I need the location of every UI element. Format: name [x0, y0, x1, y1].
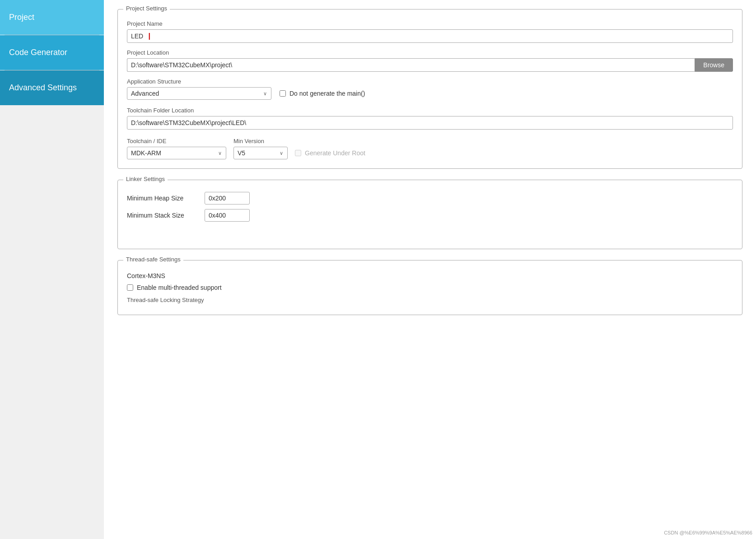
do-not-generate-label: Do not generate the main() — [289, 90, 365, 97]
toolchain-folder-input[interactable] — [127, 116, 733, 130]
min-version-select-wrapper: V4 V5 V6 — [233, 147, 288, 159]
browse-button[interactable]: Browse — [695, 58, 733, 72]
sidebar-item-label: Project — [9, 13, 34, 22]
thread-processor-label: Cortex-M3NS — [127, 272, 733, 279]
thread-safe-title: Thread-safe Settings — [123, 256, 183, 263]
project-name-label: Project Name — [127, 20, 733, 27]
app-structure-row: Advanced Basic Do not generate the main(… — [127, 87, 733, 100]
enable-multithread-checkbox[interactable] — [127, 284, 133, 291]
project-location-row: Browse — [127, 58, 733, 72]
project-settings-group: Project Settings Project Name | Project … — [117, 9, 742, 169]
toolchain-row: Toolchain / IDE MDK-ARM EWARM STM32CubeI… — [127, 131, 733, 159]
do-not-generate-checkbox[interactable] — [280, 90, 286, 97]
min-version-col: Min Version V4 V5 V6 — [233, 131, 288, 159]
min-version-select[interactable]: V4 V5 V6 — [233, 147, 288, 159]
min-heap-input[interactable] — [205, 192, 250, 204]
enable-multithread-text: Enable multi-threaded support — [137, 284, 222, 291]
min-heap-row: Minimum Heap Size — [127, 192, 733, 204]
project-location-label: Project Location — [127, 49, 733, 56]
sidebar-item-label: Advanced Settings — [9, 83, 77, 92]
toolchain-label: Toolchain / IDE — [127, 138, 226, 144]
watermark: CSDN @%E6%99%9A%E5%AE%8966 — [664, 530, 752, 535]
min-heap-label: Minimum Heap Size — [127, 195, 199, 202]
locking-strategy-label: Thread-safe Locking Strategy — [127, 297, 733, 303]
min-stack-input[interactable] — [205, 209, 250, 222]
min-stack-row: Minimum Stack Size — [127, 209, 733, 222]
min-stack-label: Minimum Stack Size — [127, 212, 199, 219]
project-name-input[interactable] — [127, 29, 733, 43]
enable-multithread-label[interactable]: Enable multi-threaded support — [127, 284, 733, 291]
generate-under-root-checkbox[interactable] — [295, 150, 301, 156]
toolchain-folder-label: Toolchain Folder Location — [127, 107, 733, 114]
app-structure-select-wrapper: Advanced Basic — [127, 87, 271, 100]
project-location-input[interactable] — [127, 58, 695, 72]
generate-under-root-label: Generate Under Root — [305, 149, 365, 157]
thread-safe-settings-group: Thread-safe Settings Cortex-M3NS Enable … — [117, 260, 742, 315]
toolchain-ide-col: Toolchain / IDE MDK-ARM EWARM STM32CubeI… — [127, 131, 226, 159]
app-structure-label: Application Structure — [127, 78, 733, 85]
app-structure-select[interactable]: Advanced Basic — [127, 87, 271, 100]
sidebar-item-advanced-settings[interactable]: Advanced Settings — [0, 70, 104, 105]
min-version-label: Min Version — [233, 138, 288, 144]
main-content: Project Settings Project Name | Project … — [104, 0, 756, 539]
project-settings-title: Project Settings — [123, 5, 170, 12]
sidebar-item-label: Code Generator — [9, 48, 67, 57]
sidebar-item-project[interactable]: Project — [0, 0, 104, 35]
sidebar: Project Code Generator Advanced Settings — [0, 0, 104, 539]
toolchain-select[interactable]: MDK-ARM EWARM STM32CubeIDE Makefile — [127, 147, 226, 159]
toolchain-select-wrapper: MDK-ARM EWARM STM32CubeIDE Makefile — [127, 147, 226, 159]
sidebar-item-code-generator[interactable]: Code Generator — [0, 35, 104, 70]
do-not-generate-checkbox-label[interactable]: Do not generate the main() — [280, 90, 365, 97]
linker-settings-title: Linker Settings — [123, 176, 168, 182]
linker-settings-group: Linker Settings Minimum Heap Size Minimu… — [117, 180, 742, 249]
generate-under-root-row: Generate Under Root — [295, 149, 365, 159]
